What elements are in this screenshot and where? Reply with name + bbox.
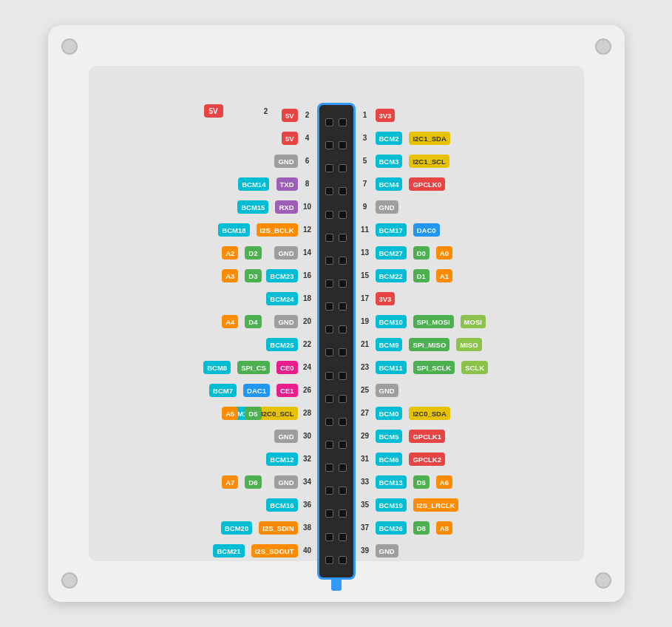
gpio-label: D6 — [245, 475, 261, 489]
pin-num-right-31: 31 — [357, 453, 373, 466]
pin-num-right-11: 11 — [357, 223, 373, 237]
inner-board: 2 5V 25V45V6GND8TXD BCM1410RXD BCM1512I2… — [89, 66, 584, 561]
gpio-label: SPI_SCLK — [413, 361, 455, 374]
labels-left-20: GND — [274, 315, 297, 328]
gpio-label: CE1 — [276, 384, 297, 397]
gpio-label: BCM26 — [376, 521, 407, 535]
gpio-label: BCM20 — [221, 521, 252, 535]
gpio-label: BCM22 — [376, 269, 407, 282]
labels-right-11: BCM17DAC0 — [376, 223, 440, 237]
labels-left-8: TXD BCM14 — [238, 177, 297, 191]
gpio-label: I2S_SDOUT — [251, 544, 298, 557]
gpio-label: I2C0_SDA — [409, 407, 449, 420]
pin-num-left-38: 38 — [299, 521, 316, 535]
labels-right-31: BCM6GPCLK2 — [376, 453, 445, 466]
gpio-label: GND — [274, 315, 297, 328]
gpio-label: BCM18 — [218, 223, 249, 237]
gpio-label: BCM19 — [376, 498, 407, 512]
gpio-label: D8 — [413, 521, 430, 535]
pin-num-left-24: 24 — [299, 361, 316, 374]
gpio-label: CE0 — [276, 361, 297, 374]
labels-left-4: 5V — [282, 132, 298, 145]
labels-left-12: I2S_BCLK BCM18 — [218, 223, 297, 237]
gpio-label: TXD — [276, 177, 298, 191]
labels-right-37: BCM26D8A8 — [376, 521, 453, 535]
gpio-label: I2S_LRCLK — [413, 498, 459, 512]
pin-num-right-37: 37 — [357, 521, 373, 535]
corner-hole-tl — [61, 38, 78, 55]
labels-right-15: BCM22D1A1 — [376, 269, 453, 282]
labels-right-23: BCM11SPI_SCLKSCLK — [376, 361, 489, 374]
gpio-label: BCM23 — [266, 269, 297, 282]
pin-num-right-35: 35 — [357, 498, 373, 512]
gpio-label: GND — [376, 384, 398, 397]
labels-left-14: GND — [274, 246, 297, 260]
gpio-label: A6 — [436, 475, 452, 489]
labels-left-6: GND — [274, 155, 297, 168]
gpio-label: D3 — [245, 269, 261, 282]
gpio-label: BCM0 — [376, 407, 403, 420]
gpio-label: A5 — [222, 407, 238, 420]
labels-left-40: I2S_SDOUT BCM21 — [213, 544, 297, 557]
gpio-label: BCM9 — [376, 338, 403, 351]
pin-num-right-39: 39 — [357, 544, 373, 557]
labels-right-1: 3V3 — [376, 109, 396, 122]
pin-num-right-9: 9 — [357, 200, 373, 214]
gpio-label: DAC1 — [243, 384, 270, 397]
corner-hole-br — [595, 572, 611, 589]
labels-left-36: BCM16 — [266, 498, 297, 512]
labels-right-3: BCM2I2C1_SDA — [376, 132, 450, 145]
gpio-label: I2C1_SDA — [409, 132, 449, 145]
gpio-label: BCM4 — [376, 177, 403, 191]
gpio-label: A8 — [436, 521, 452, 535]
labels-left-24: CE0 SPI_CS BCM8 — [203, 361, 297, 374]
labels-left-38: I2S_SDIN BCM20 — [221, 521, 298, 535]
pin-num-right-7: 7 — [357, 177, 373, 191]
pin-num-left-34: 34 — [299, 475, 316, 489]
labels-right-33: BCM13D6A6 — [376, 475, 453, 489]
labels-right-19: BCM10SPI_MOSIMOSI — [376, 315, 486, 328]
gpio-label: SCLK — [461, 361, 488, 374]
labels-right-25: GND — [376, 384, 398, 397]
gpio-label: A1 — [436, 269, 452, 282]
gpio-label: BCM3 — [376, 155, 403, 168]
labels-right-9: GND — [376, 200, 398, 214]
pin-num-left-14: 14 — [299, 246, 316, 260]
pin-num-left-18: 18 — [299, 292, 316, 305]
pin-num-right-33: 33 — [357, 475, 373, 489]
gpio-label: I2C0_SCL — [257, 407, 297, 420]
pin-num-right-21: 21 — [357, 338, 373, 351]
pin-num-left-36: 36 — [299, 498, 316, 512]
outer-left-labels: D2A2 — [222, 246, 261, 260]
pin-num-right-13: 13 — [357, 246, 373, 260]
labels-right-39: GND — [376, 544, 398, 557]
pin-num-right-19: 19 — [357, 315, 373, 328]
pin-num-left-32: 32 — [299, 453, 316, 466]
gpio-label: GND — [274, 475, 297, 489]
gpio-label: GPCLK1 — [409, 430, 445, 443]
gpio-label: D5 — [245, 407, 261, 420]
pin-num-right-3: 3 — [357, 132, 373, 145]
gpio-label: A4 — [222, 315, 238, 328]
gpio-label: SPI_CS — [237, 361, 270, 374]
outer-left-labels: D5A5 — [222, 407, 261, 420]
gpio-label: A7 — [222, 475, 238, 489]
gpio-label: 5V — [282, 109, 298, 122]
outer-left-labels: D6A7 — [222, 475, 261, 489]
gpio-label: D1 — [413, 269, 430, 282]
pin-num-right-29: 29 — [357, 430, 373, 443]
pin-num-left-8: 8 — [299, 177, 316, 191]
pin-num-right-1: 1 — [357, 109, 373, 122]
pin-num-left-26: 26 — [299, 384, 316, 397]
corner-hole-tr — [595, 38, 611, 55]
pin-num-left-6: 6 — [299, 155, 316, 168]
gpio-label: GND — [274, 155, 297, 168]
gpio-label: BCM8 — [203, 361, 231, 374]
labels-left-34: GND — [274, 475, 297, 489]
pin-num-left-40: 40 — [299, 544, 316, 557]
gpio-label: D6 — [413, 475, 430, 489]
gpio-label: I2S_BCLK — [257, 223, 298, 237]
labels-right-27: BCM0I2C0_SDA — [376, 407, 450, 420]
gpio-label: BCM24 — [266, 292, 297, 305]
gpio-label: BCM16 — [266, 498, 297, 512]
